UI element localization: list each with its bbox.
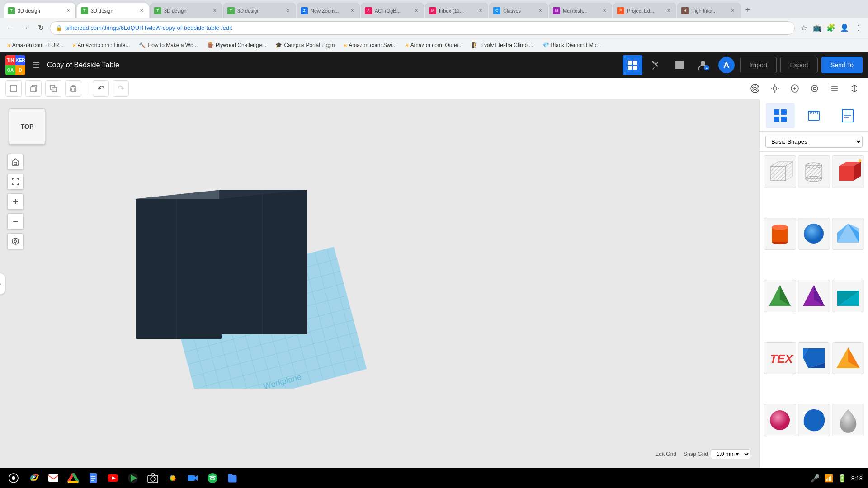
- shape-box-red[interactable]: ★: [832, 155, 864, 188]
- tab-acfrog[interactable]: A ACFrOgB... ✕: [361, 3, 424, 18]
- mirror-button[interactable]: [846, 80, 863, 97]
- shape-box-hole[interactable]: [764, 155, 796, 188]
- shape-blue-organic[interactable]: [798, 404, 830, 436]
- shape-triangle-yellow[interactable]: [832, 342, 864, 375]
- notes-panel-button[interactable]: [833, 103, 862, 128]
- home-view-button[interactable]: [7, 154, 24, 170]
- ruler-panel-button[interactable]: [799, 103, 828, 128]
- bookmark-evolv[interactable]: 🧗 Evolv Elektra Climbi...: [468, 40, 537, 51]
- tab-3ddesign-3[interactable]: T 3D design ✕: [150, 3, 222, 18]
- taskbar-chrome-icon[interactable]: [25, 470, 42, 486]
- shapes-panel-button[interactable]: [766, 103, 795, 128]
- launcher-button[interactable]: [5, 470, 22, 486]
- tab-close-mcintosh[interactable]: ✕: [601, 7, 608, 14]
- tab-close-classes[interactable]: ✕: [537, 7, 544, 14]
- grid-view-button[interactable]: [623, 55, 642, 75]
- tools-button[interactable]: [646, 55, 666, 75]
- bookmark-amazon4[interactable]: a Amazon.com: Outer...: [402, 40, 467, 51]
- tab-zoom[interactable]: Z New Zoom... ✕: [297, 3, 360, 18]
- bookmark-how-to[interactable]: 🔨 How to Make a Wo...: [135, 40, 201, 51]
- bookmark-diamond[interactable]: 💎 Black Diamond Mo...: [539, 40, 605, 51]
- redo-button[interactable]: ↷: [113, 80, 129, 97]
- bedside-table-shape[interactable]: [136, 190, 307, 339]
- taskbar-youtube-icon[interactable]: [105, 470, 121, 486]
- shape-wedge-teal[interactable]: [832, 280, 864, 312]
- taskbar-drive-icon[interactable]: [65, 470, 81, 486]
- edit-grid-button[interactable]: Edit Grid: [655, 451, 676, 457]
- shape-sphere-pink[interactable]: [764, 404, 796, 436]
- shape-wedge-blue[interactable]: [832, 218, 864, 250]
- circle-tool-button[interactable]: [807, 80, 823, 97]
- zoom-in-button[interactable]: +: [7, 193, 24, 210]
- tab-close-zoom[interactable]: ✕: [349, 7, 356, 14]
- camera-button[interactable]: [747, 80, 763, 97]
- new-tab-button[interactable]: +: [741, 4, 754, 16]
- canvas-area[interactable]: TOP + −: [0, 99, 760, 468]
- extensions-button[interactable]: 🧩: [825, 22, 837, 34]
- select-button[interactable]: [5, 80, 22, 97]
- shape-sphere[interactable]: [798, 218, 830, 250]
- copy-button[interactable]: [25, 80, 42, 97]
- shape-diamond[interactable]: [798, 342, 830, 375]
- shape-cylinder[interactable]: [764, 218, 796, 250]
- bookmark-campus[interactable]: 🎓 Campus Portal Login: [272, 40, 338, 51]
- tab-inbox[interactable]: M Inbox (12... ✕: [425, 3, 488, 18]
- tab-3ddesign-1[interactable]: T 3D design ✕: [4, 3, 76, 18]
- tab-close-2[interactable]: ✕: [138, 7, 145, 14]
- forward-button[interactable]: →: [19, 22, 32, 34]
- tab-3ddesign-2[interactable]: T 3D design ✕: [77, 3, 149, 18]
- duplicate-button[interactable]: [45, 80, 61, 97]
- tab-close-inbox[interactable]: ✕: [477, 7, 484, 14]
- tab-project[interactable]: P Project Ed... ✕: [613, 3, 676, 18]
- taskbar-zoom-icon[interactable]: [184, 470, 201, 486]
- align-button[interactable]: [826, 80, 843, 97]
- user-avatar[interactable]: A: [717, 55, 736, 75]
- tab-mcintosh[interactable]: M Mcintosh... ✕: [549, 3, 612, 18]
- taskbar-gmail-icon[interactable]: [45, 470, 61, 486]
- send-to-button[interactable]: Send To: [821, 57, 863, 73]
- account-button[interactable]: +: [693, 55, 713, 75]
- tab-close-project[interactable]: ✕: [665, 7, 672, 14]
- delete-button[interactable]: [65, 80, 81, 97]
- fit-view-button[interactable]: [7, 174, 24, 190]
- taskbar-photos-icon[interactable]: [165, 470, 181, 486]
- tab-close-1[interactable]: ✕: [65, 7, 72, 14]
- shape-pyramid-green[interactable]: [764, 280, 796, 312]
- bookmark-amazon3[interactable]: a Amazon.com: Swi...: [340, 40, 400, 51]
- shape-cylinder-hole[interactable]: [798, 155, 830, 188]
- taskbar-play-icon[interactable]: [125, 470, 141, 486]
- shape-tool-button[interactable]: [787, 80, 803, 97]
- menu-button[interactable]: ⋮: [852, 22, 864, 34]
- export-button[interactable]: Export: [780, 57, 817, 73]
- tab-classes[interactable]: C Classes ✕: [489, 3, 548, 18]
- tab-high[interactable]: H High Inter... ✕: [677, 3, 741, 18]
- tinkercad-logo[interactable]: TIN KER CA D: [5, 55, 25, 75]
- bookmark-star-button[interactable]: ☆: [797, 22, 810, 34]
- back-button[interactable]: ←: [4, 22, 16, 34]
- profile-button[interactable]: 👤: [838, 22, 851, 34]
- taskbar-docs-icon[interactable]: [85, 470, 101, 486]
- shape-pyramid-purple[interactable]: [798, 280, 830, 312]
- bookmark-amazon1[interactable]: a Amazon.com : LUR...: [4, 40, 67, 51]
- taskbar-files-icon[interactable]: [224, 470, 241, 486]
- taskbar-spotify-icon[interactable]: [204, 470, 221, 486]
- zoom-out-button[interactable]: −: [7, 213, 24, 230]
- tab-close-acfrog[interactable]: ✕: [413, 7, 420, 14]
- orientation-button[interactable]: [7, 233, 24, 249]
- bookmark-amazon2[interactable]: a Amazon.com : Linte...: [69, 40, 134, 51]
- refresh-button[interactable]: ↻: [34, 22, 47, 34]
- address-bar[interactable]: 🔒 tinkercad.com/things/6LdQUHTwlcW-copy-…: [50, 21, 795, 35]
- import-button[interactable]: Import: [740, 57, 777, 73]
- undo-button[interactable]: ↶: [93, 80, 109, 97]
- cast-button[interactable]: 📺: [811, 22, 824, 34]
- shape-gray-drop[interactable]: [832, 404, 864, 436]
- panel-collapse-button[interactable]: ›: [0, 273, 5, 295]
- bookmark-plywood[interactable]: 🪵 Plywood Challenge...: [203, 40, 270, 51]
- view-indicator[interactable]: TOP: [9, 108, 45, 145]
- tab-3ddesign-4[interactable]: T 3D design ✕: [223, 3, 296, 18]
- materials-button[interactable]: [670, 55, 689, 75]
- shape-text[interactable]: TEXT: [764, 342, 796, 375]
- snap-grid-select[interactable]: 1.0 mm ▾ 0.5 mm 2.0 mm: [711, 449, 750, 459]
- tab-close-high[interactable]: ✕: [729, 7, 736, 14]
- tab-close-4[interactable]: ✕: [284, 7, 292, 14]
